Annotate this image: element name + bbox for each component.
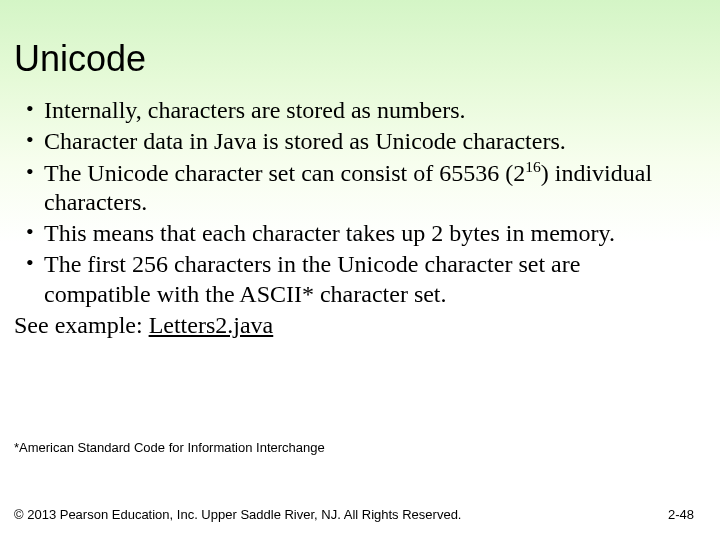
footnote: *American Standard Code for Information … [14,440,325,455]
see-example-label: See example: [14,312,149,338]
slide: Unicode Internally, characters are store… [0,0,720,540]
slide-body: Internally, characters are stored as num… [14,96,680,340]
bullet-item: This means that each character takes up … [14,219,680,248]
bullet-item: The first 256 characters in the Unicode … [14,250,680,309]
bullet-item: The Unicode character set can consist of… [14,159,680,218]
footer-copyright: © 2013 Pearson Education, Inc. Upper Sad… [14,507,461,522]
bullet-item: Character data in Java is stored as Unic… [14,127,680,156]
example-link[interactable]: Letters2.java [149,312,274,338]
see-example-line: See example: Letters2.java [14,311,680,340]
bullet-item: Internally, characters are stored as num… [14,96,680,125]
slide-number: 2-48 [668,507,694,522]
slide-title: Unicode [14,38,146,80]
